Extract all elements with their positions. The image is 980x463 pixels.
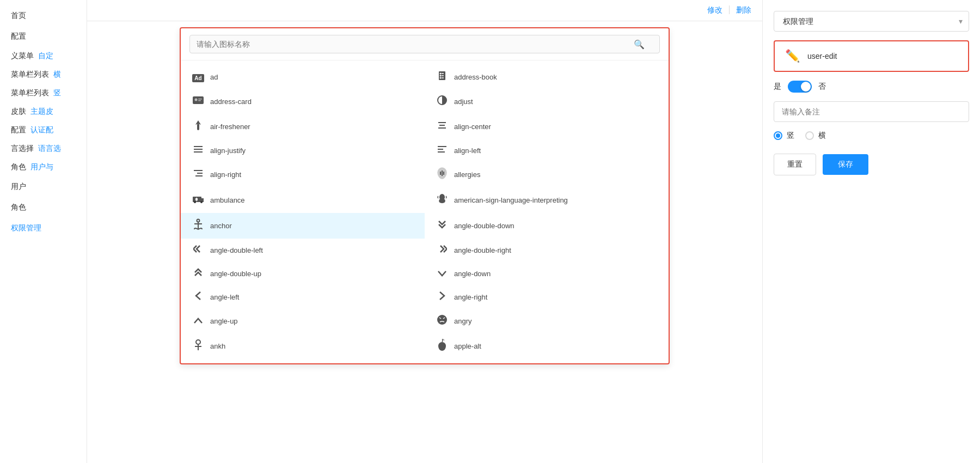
svg-rect-18 [194,149,203,150]
sidebar-item-h-menu[interactable]: 菜单栏列表 [11,70,49,80]
main-content: 修改 删除 🔍 Adadaddress-bookaddress-cardadju… [87,0,762,463]
svg-rect-14 [438,122,446,123]
angle-down-icon [436,268,449,279]
icon-item-adjust[interactable]: adjust [425,89,669,114]
sidebar-item-theme[interactable]: 主题皮 [30,107,53,117]
svg-rect-7 [193,96,204,104]
icon-item-allergies[interactable]: allergies [425,162,669,187]
toggle-switch[interactable] [788,81,812,93]
svg-point-8 [195,99,198,101]
ambulance-icon [192,194,205,206]
svg-rect-25 [195,175,203,176]
icon-label-angle-left: angle-left [210,293,239,301]
icon-item-angle-right[interactable]: angle-right [425,285,669,309]
selected-icon-name: user-edit [807,52,837,60]
sidebar-item-config[interactable]: 配置 [0,26,87,47]
sidebar-item-user-role[interactable]: 用户与 [30,162,53,172]
american-sign-language-interpreting-icon [436,193,449,208]
icon-item-align-justify[interactable]: align-justify [181,139,425,162]
sidebar-item-role2[interactable]: 角色 [0,197,87,218]
radio-vertical-circle [774,131,782,140]
align-right-icon [192,169,205,180]
icon-item-align-left[interactable]: align-left [425,139,669,162]
svg-point-41 [196,340,200,344]
sidebar-item-user[interactable]: 用户 [0,176,87,197]
icon-item-align-center[interactable]: align-center [425,114,669,139]
sidebar-item-lang-blue[interactable]: 语言选 [38,144,61,154]
sidebar-item-lang[interactable]: 言选择 [11,144,34,154]
icon-item-angle-left[interactable]: angle-left [181,285,425,309]
ankh-icon [192,339,205,354]
icon-label-allergies: allergies [454,170,480,179]
sidebar-item-custom-menu[interactable]: 义菜单 [11,51,34,61]
note-input[interactable] [774,101,969,122]
align-center-icon [436,121,449,132]
icon-item-air-freshener[interactable]: air-freshener [181,114,425,139]
icon-label-anchor: anchor [210,222,232,230]
align-justify-icon [192,145,205,156]
icon-label-angle-double-left: angle-double-left [210,246,263,254]
icon-item-angle-double-right[interactable]: angle-double-right [425,239,669,262]
reset-button[interactable]: 重置 [774,154,816,175]
sidebar-item-home[interactable]: 首页 [0,5,87,26]
icon-item-apple-alt[interactable]: apple-alt [425,333,669,359]
search-bar: 🔍 [181,28,669,60]
icon-item-ad[interactable]: Adad [181,65,425,89]
permission-select[interactable]: 权限管理 [774,11,969,32]
icon-item-angle-down[interactable]: angle-down [425,262,669,285]
btn-row: 重置 保存 [774,154,969,175]
icon-item-angle-double-down[interactable]: angle-double-down [425,213,669,239]
icon-label-adjust: adjust [454,98,473,106]
icon-picker-popup: 🔍 Adadaddress-bookaddress-cardadjustair-… [180,27,670,364]
icon-item-angle-double-up[interactable]: angle-double-up [181,262,425,285]
icon-label-angry: angry [454,317,472,325]
sidebar-item-auth-config[interactable]: 配置 [11,125,26,135]
sidebar-item-permission[interactable]: 权限管理 [0,218,87,239]
adjust-icon [436,95,449,108]
icon-item-ambulance[interactable]: ambulance [181,187,425,213]
svg-point-5 [440,75,442,77]
sidebar-item-custom[interactable]: 自定 [38,51,53,61]
svg-rect-23 [194,170,203,171]
svg-point-6 [440,77,442,79]
edit-button[interactable]: 修改 [707,5,722,15]
sidebar-item-role[interactable]: 角色 [11,162,26,172]
angle-double-up-icon [192,267,205,280]
sidebar-item-v[interactable]: 竖 [53,88,61,98]
sidebar-item-h[interactable]: 横 [53,70,61,80]
icon-item-align-right[interactable]: align-right [181,162,425,187]
delete-button[interactable]: 删除 [736,5,751,15]
sidebar-item-skin[interactable]: 皮肤 [11,107,26,117]
icon-label-angle-double-right: angle-double-right [454,246,511,254]
icon-label-address-card: address-card [210,98,252,106]
save-button[interactable]: 保存 [823,154,868,175]
angle-double-down-icon [436,220,449,232]
icon-label-angle-double-up: angle-double-up [210,270,261,278]
svg-rect-24 [197,173,203,174]
icon-label-apple-alt: apple-alt [454,342,481,350]
radio-horizontal[interactable]: 横 [805,131,826,141]
icon-item-address-book[interactable]: address-book [425,65,669,89]
icon-item-angle-up[interactable]: angle-up [181,309,425,333]
sidebar-item-v-menu[interactable]: 菜单栏列表 [11,88,49,98]
svg-rect-21 [438,149,443,150]
icon-item-american-sign-language-interpreting[interactable]: american-sign-language-interpreting [425,187,669,213]
sidebar-item-auth[interactable]: 认证配 [30,125,53,135]
search-input[interactable] [189,35,660,53]
selected-icon-box[interactable]: ✏️ user-edit [774,40,969,72]
icon-item-ankh[interactable]: ankh [181,333,425,359]
angry-icon [436,314,449,328]
icon-label-align-right: align-right [210,170,241,179]
svg-rect-15 [439,125,445,126]
svg-rect-9 [198,99,202,100]
icon-item-anchor[interactable]: anchor [181,213,425,239]
icon-label-angle-double-down: angle-double-down [454,222,514,230]
icon-item-angry[interactable]: angry [425,309,669,333]
icon-item-address-card[interactable]: address-card [181,89,425,114]
icon-item-angle-double-left[interactable]: angle-double-left [181,239,425,262]
sidebar: 首页 配置 义菜单 自定 菜单栏列表 横 菜单栏列表 竖 皮肤 主题皮 配置 认… [0,0,87,463]
radio-vertical[interactable]: 竖 [774,131,794,141]
air-freshener-icon [192,119,205,134]
svg-rect-10 [198,100,201,101]
radio-vertical-label: 竖 [787,131,794,141]
